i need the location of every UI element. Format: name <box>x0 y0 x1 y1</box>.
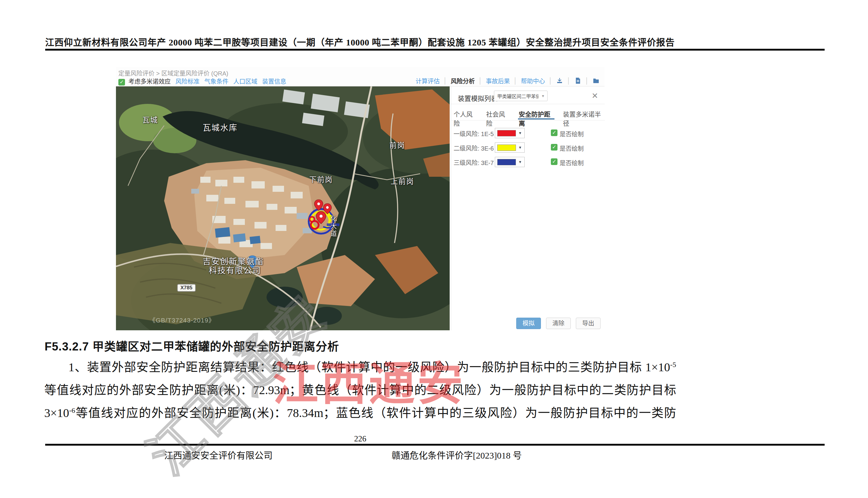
nav-help-center[interactable]: 帮助中心 <box>521 77 545 85</box>
risk-level1-draw-label: 是否绘制 <box>560 130 584 138</box>
device-select[interactable]: 甲类罐区间二甲苯储... ▼ <box>494 91 547 101</box>
paragraph-line-1: 1、装置外部安全防护距离结算结果：红色线（软件计算中的一级风险）为一般防护目标中… <box>44 360 676 375</box>
nav-accident-consequence[interactable]: 事故后果 <box>486 77 510 85</box>
risk-level2-label: 二级风险: 3E-6 <box>454 144 494 152</box>
chevron-down-icon: ▼ <box>516 131 524 135</box>
folder-icon[interactable] <box>593 77 600 84</box>
map-label-company-line2: 科技有限公司 <box>209 264 261 276</box>
link-weather-condition[interactable]: 气象条件 <box>205 77 229 86</box>
panel-divider <box>451 104 605 104</box>
risk-level3-draw-checkbox[interactable]: ✓ <box>551 158 557 165</box>
report-file-icon[interactable] <box>574 77 582 84</box>
risk-level1-color-select[interactable]: ▼ <box>495 128 524 138</box>
road-shield-x785: X785 <box>177 284 196 292</box>
domino-checkbox[interactable]: ✓ 考虑多米诺效应 <box>118 77 171 86</box>
breadcrumb: 定量风险评价 > 区域定量风险评价 (QRA) <box>118 69 228 77</box>
clear-button[interactable]: 清除 <box>546 318 571 329</box>
panel-tabs: 个人风险 社会风险 安全防护距离 装置多米诺半径 <box>453 107 605 119</box>
tab-personal-risk[interactable]: 个人风险 <box>453 107 478 119</box>
map-label-reservoir: 瓦城水库 <box>203 121 238 133</box>
risk-level1-label: 一级风险: 1E-5 <box>454 129 494 138</box>
panel-buttons: 模拟 清除 导出 <box>451 318 600 329</box>
panel-title: 装置模拟列表: <box>458 93 500 103</box>
red-swatch <box>497 130 516 136</box>
risk-row-level1: 一级风险: 1E-5 ▼ ✓ 是否绘制 <box>451 128 605 138</box>
footer-rule <box>45 444 825 446</box>
map-label-qiangang: 前岗 <box>389 140 405 150</box>
export-button[interactable]: 导出 <box>576 318 600 329</box>
chevron-down-icon: ▼ <box>539 94 547 98</box>
report-page: 江西仰立新材料有限公司年产 20000 吨苯二甲胺等项目建设（一期（年产 100… <box>0 0 868 498</box>
risk-level3-color-select[interactable]: ▼ <box>495 157 524 167</box>
footer-document-number: 赣通危化条件评价字[2023]018 号 <box>391 448 522 461</box>
red-watermark: 江西通安 <box>273 347 465 413</box>
paragraph-line-2: 等值线对应的外部安全防护距离(米)：72.93m；黄色线（软件计算中的二级风险）… <box>44 383 676 397</box>
link-device-info[interactable]: 装置信息 <box>262 77 286 86</box>
risk-level3-label: 三级风险: 3E-7 <box>454 158 494 167</box>
tab-domino-radius[interactable]: 装置多米诺半径 <box>562 107 605 119</box>
chevron-down-icon: ▼ <box>516 160 524 164</box>
simulation-panel: 装置模拟列表: 甲类罐区间二甲苯储... ▼ ✕ 个人风险 社会风险 安全防护距… <box>451 87 605 330</box>
map-label-xiaqiangang: 下前岗 <box>309 174 333 184</box>
tabs-divider <box>451 120 605 120</box>
link-risk-standard[interactable]: 风险标准 <box>176 77 200 86</box>
page-number: 226 <box>44 434 676 444</box>
map-standard-watermark: 《GB/T37243-2019》 <box>149 315 215 324</box>
domino-checkbox-label: 考虑多米诺效应 <box>129 78 171 85</box>
nav-calc-evaluate[interactable]: 计算评估 <box>416 77 440 85</box>
section-heading: F5.3.2.7 甲类罐区对二甲苯储罐的外部安全防护距离分析 <box>44 337 339 354</box>
qra-app-window: 定量风险评价 > 区域定量风险评价 (QRA) ✓ 考虑多米诺效应 风险标准 气… <box>116 67 605 330</box>
tab-safety-distance[interactable]: 安全防护距离 <box>518 107 555 119</box>
satellite-map-art <box>116 87 450 330</box>
paragraph-line-3: 3×10-6等值线对应的外部安全防护距离(米)：78.34m；蓝色线（软件计算中… <box>44 406 676 420</box>
config-toolbar: ✓ 考虑多米诺效应 风险标准 气象条件 人口区域 装置信息 <box>118 77 286 85</box>
risk-level1-draw-checkbox[interactable]: ✓ <box>551 130 557 136</box>
checkbox-checked-icon: ✓ <box>118 79 125 86</box>
top-nav: 计算评估│ 风险分析│ 事故后果│ 帮助中心│ │ │ <box>416 77 600 85</box>
blue-swatch <box>497 159 516 165</box>
download-icon[interactable] <box>556 77 563 84</box>
report-header-title: 江西仰立新材料有限公司年产 20000 吨苯二甲胺等项目建设（一期（年产 100… <box>45 35 675 48</box>
device-select-value: 甲类罐区间二甲苯储... <box>494 92 539 100</box>
risk-level2-draw-label: 是否绘制 <box>560 144 584 153</box>
superscript: -6 <box>69 406 75 414</box>
risk-row-level2: 二级风险: 3E-6 ▼ ✓ 是否绘制 <box>451 142 605 153</box>
risk-level3-draw-label: 是否绘制 <box>560 158 584 167</box>
risk-row-level3: 三级风险: 3E-7 ▼ ✓ 是否绘制 <box>451 157 605 167</box>
risk-level2-color-select[interactable]: ▼ <box>495 142 524 153</box>
yellow-swatch <box>497 145 516 151</box>
risk-level2-draw-checkbox[interactable]: ✓ <box>551 144 557 150</box>
satellite-map[interactable]: ⚙地图比例设置 │ ✎测距 │ ☁更换地图 瓦城 瓦城水库 前岗 下前岗 上前岗… <box>116 87 450 330</box>
map-label-road: 化大道 <box>328 215 338 238</box>
chevron-down-icon: ▼ <box>516 145 524 150</box>
link-population-area[interactable]: 人口区域 <box>233 77 258 86</box>
nav-risk-analysis[interactable]: 风险分析 <box>451 77 475 85</box>
map-label-village-nw: 瓦城 <box>142 114 158 124</box>
superscript: -5 <box>670 361 676 368</box>
map-label-shangqiangang: 上前岗 <box>391 175 414 186</box>
header-rule <box>45 49 825 51</box>
close-icon[interactable]: ✕ <box>592 91 598 101</box>
tab-social-risk[interactable]: 社会风险 <box>485 107 510 119</box>
simulate-button[interactable]: 模拟 <box>516 318 541 329</box>
footer-company: 江西通安安全评价有限公司 <box>164 448 273 461</box>
